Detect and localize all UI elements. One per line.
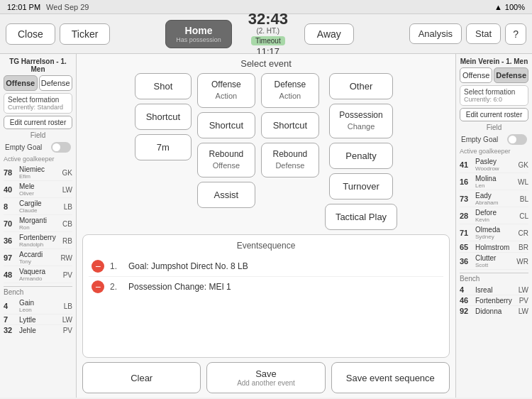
table-row[interactable]: 4 Gain Leon LB: [4, 298, 72, 315]
penalty-btn[interactable]: Penalty: [329, 143, 393, 169]
save-label: Save: [213, 368, 318, 379]
table-row[interactable]: 65 Holmstrom BR: [460, 242, 528, 253]
ticker-button[interactable]: Ticker: [60, 23, 111, 45]
defense-action-sub: Action: [279, 92, 301, 100]
defense-action-btn[interactable]: Defense Action: [261, 73, 319, 108]
table-row[interactable]: 7 Lyttle LW: [4, 315, 72, 325]
away-label: Away: [315, 28, 343, 40]
player-pos: BL: [513, 195, 528, 203]
player-sub-name: Woodrow: [475, 165, 513, 172]
right-edit-roster-btn[interactable]: Edit current roster: [460, 108, 528, 121]
table-row[interactable]: 16 Molina Len WL: [460, 174, 528, 190]
player-num: 40: [4, 185, 19, 194]
away-team-btn[interactable]: Away: [304, 23, 354, 45]
event-seq-del-2[interactable]: −: [92, 280, 104, 293]
shortcut2-btn[interactable]: Shortcut: [197, 112, 255, 138]
event-grid: Shot Shortcut 7m Offense Action Shortcut…: [82, 73, 450, 230]
player-info: Morganti Ron: [19, 217, 57, 231]
left-defense-btn[interactable]: Defense: [39, 75, 73, 91]
home-team-btn[interactable]: Home Has possession: [165, 20, 232, 48]
player-info: Clutter Scott: [475, 254, 513, 268]
table-row[interactable]: 36 Fortenberry Randolph RB: [4, 233, 72, 249]
left-empty-goal-toggle[interactable]: [51, 142, 71, 153]
player-name: Fortenberry: [475, 297, 513, 305]
player-num: 70: [4, 219, 19, 228]
player-pos: CL: [513, 212, 528, 220]
rebound-offense-btn[interactable]: Rebound Offense: [197, 143, 255, 177]
player-name: Mele: [19, 182, 57, 190]
left-panel-title: TG Harrelson - 1. Men: [4, 58, 72, 73]
right-defense-btn[interactable]: Defense: [494, 67, 528, 83]
possession-change-btn[interactable]: Possession Change: [329, 104, 393, 138]
event-seq-text-1: Goal: Jumpshot Direct No. 8 LB: [128, 261, 440, 271]
player-name: Molina: [475, 175, 513, 182]
player-pos: WL: [513, 178, 528, 186]
main-content: TG Harrelson - 1. Men Offense Defense Se…: [0, 54, 532, 398]
player-sub-name: Scott: [475, 262, 513, 268]
table-row[interactable]: 97 Accardi Tony RW: [4, 250, 72, 266]
save-seq-button[interactable]: Save event sequence: [331, 362, 450, 393]
event-seq-num-2: 2.: [110, 282, 123, 292]
eventsequence-area: Eventsequence − 1. Goal: Jumpshot Direct…: [82, 234, 450, 358]
table-row[interactable]: 40 Mele Oliver LW: [4, 182, 72, 198]
help-button[interactable]: ?: [505, 23, 526, 45]
tactical-play-btn[interactable]: Tactical Play: [325, 204, 397, 230]
player-info: Mele Oliver: [19, 182, 57, 197]
turnover-btn[interactable]: Turnover: [329, 173, 393, 200]
right-offense-defense-toggle: Offense Defense: [460, 67, 528, 83]
event-seq-row-1: − 1. Goal: Jumpshot Direct No. 8 LB: [89, 256, 443, 277]
player-num: 28: [460, 212, 475, 220]
table-row[interactable]: 78 Niemiec Efim GK: [4, 165, 72, 181]
save-button[interactable]: Save Add another event: [206, 362, 325, 393]
stat-button[interactable]: Stat: [466, 23, 501, 44]
left-bench-label: Bench: [4, 286, 72, 296]
shot-btn[interactable]: Shot: [135, 73, 192, 99]
left-active-gk-label: Active goalkeeper: [4, 155, 72, 163]
score-display: 32:43: [248, 11, 288, 27]
clear-button[interactable]: Clear: [82, 362, 201, 393]
left-edit-roster-btn[interactable]: Edit current roster: [4, 116, 72, 129]
table-row[interactable]: 70 Morganti Ron CB: [4, 216, 72, 232]
player-info: Gain Leon: [19, 299, 57, 313]
right-offense-btn[interactable]: Offense: [460, 67, 492, 83]
player-name: Morganti: [19, 217, 57, 224]
table-row[interactable]: 8 Cargile Claude LB: [4, 199, 72, 215]
table-row[interactable]: 28 Defore Kevin CL: [460, 208, 528, 224]
player-num: 92: [460, 307, 475, 315]
player-info: Cargile Claude: [19, 200, 57, 214]
table-row[interactable]: 71 Olmeda Sydney CR: [460, 225, 528, 241]
shortcut1-btn[interactable]: Shortcut: [135, 104, 192, 130]
battery-status: 100%: [505, 3, 525, 11]
table-row[interactable]: 36 Clutter Scott WR: [460, 253, 528, 270]
shortcut3-btn[interactable]: Shortcut: [261, 112, 319, 138]
table-row[interactable]: 92 Didonna LW: [460, 306, 528, 316]
left-formation-label: Select formation: [8, 96, 68, 104]
player-info: Fortenberry Randolph: [19, 234, 57, 248]
assist-btn[interactable]: Assist: [197, 182, 255, 208]
table-row[interactable]: 46 Fortenberry PV: [460, 295, 528, 306]
player-sub-name: Efim: [19, 173, 57, 180]
offense-action-btn[interactable]: Offense Action: [197, 73, 255, 108]
right-empty-goal-label: Empty Goal: [461, 136, 498, 143]
right-formation-box[interactable]: Select formation Currently: 6:0: [460, 85, 528, 106]
left-formation-box[interactable]: Select formation Currently: Standard: [4, 93, 72, 114]
player-pos: LW: [57, 186, 72, 194]
left-formation-value: Currently: Standard: [8, 104, 68, 111]
close-button[interactable]: Close: [6, 23, 55, 45]
table-row[interactable]: 73 Eady Abraham BL: [460, 191, 528, 207]
table-row[interactable]: 41 Pasley Woodrow GK: [460, 157, 528, 173]
rebound-defense-btn[interactable]: Rebound Defense: [261, 143, 319, 177]
wifi-icon: ▲: [494, 3, 502, 11]
table-row[interactable]: 4 Isreal LW: [460, 285, 528, 295]
player-sub-name: Abraham: [475, 200, 513, 206]
other-btn[interactable]: Other: [329, 73, 393, 99]
event-seq-del-1[interactable]: −: [92, 260, 104, 273]
table-row[interactable]: 48 Vaquera Armando PV: [4, 267, 72, 283]
sevenm-btn[interactable]: 7m: [135, 134, 192, 160]
analysis-button[interactable]: Analysis: [409, 23, 462, 44]
left-offense-btn[interactable]: Offense: [4, 75, 38, 91]
offense-action-label: Offense: [211, 80, 241, 89]
left-empty-goal-row: Empty Goal: [4, 141, 72, 153]
table-row[interactable]: 32 Jehle PV: [4, 325, 72, 335]
right-empty-goal-toggle[interactable]: [507, 134, 527, 145]
